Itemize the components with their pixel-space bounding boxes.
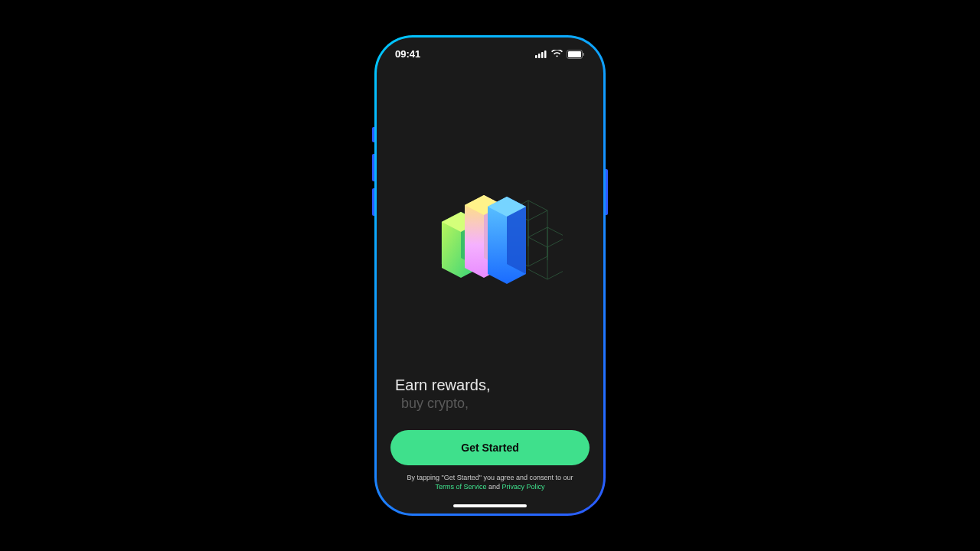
status-time: 09:41	[395, 48, 420, 60]
phone-screen: 09:41	[377, 37, 603, 514]
svg-rect-0	[535, 55, 537, 58]
svg-rect-2	[541, 52, 544, 58]
wifi-icon	[551, 50, 563, 58]
get-started-button[interactable]: Get Started	[390, 430, 590, 465]
legal-and: and	[486, 483, 501, 491]
hero-illustration	[390, 60, 590, 377]
phone-device-frame: 09:41	[374, 35, 606, 516]
svg-rect-5	[568, 51, 581, 57]
phone-volume-up-button	[372, 154, 374, 181]
headline-primary: Earn rewards,	[395, 377, 585, 394]
svg-rect-6	[583, 53, 585, 56]
legal-prefix: By tapping "Get Started" you agree and c…	[407, 474, 573, 481]
headline-block: Earn rewards, buy crypto,	[390, 377, 590, 430]
svg-rect-3	[544, 51, 547, 58]
phone-volume-down-button	[372, 188, 374, 216]
home-indicator[interactable]	[453, 504, 527, 507]
headline-secondary: buy crypto,	[395, 396, 585, 412]
battery-icon	[567, 50, 585, 59]
privacy-policy-link[interactable]: Privacy Policy	[502, 483, 545, 491]
svg-rect-1	[538, 54, 541, 58]
terms-of-service-link[interactable]: Terms of Service	[435, 483, 486, 491]
status-bar: 09:41	[377, 37, 603, 60]
phone-power-button	[606, 169, 608, 215]
status-indicators	[535, 50, 585, 59]
bar-chart-3d-icon	[417, 184, 563, 298]
cellular-signal-icon	[535, 50, 547, 58]
phone-side-button	[372, 127, 374, 142]
onboarding-content: Earn rewards, buy crypto, Get Started By…	[377, 60, 603, 514]
